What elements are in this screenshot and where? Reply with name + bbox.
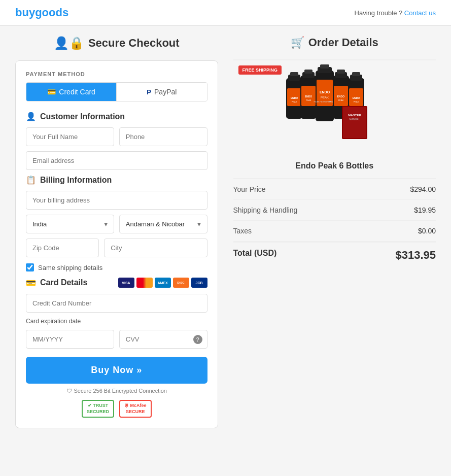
price-value: $294.00 — [410, 185, 436, 193]
same-shipping-checkbox[interactable] — [26, 263, 34, 271]
full-name-input[interactable] — [26, 127, 114, 146]
svg-rect-8 — [304, 70, 313, 74]
site-logo: buygoods — [15, 6, 68, 19]
expiry-section: Card expiration date ? — [26, 318, 207, 349]
billing-info-title: 📋 Billing Information — [26, 175, 207, 185]
payment-tabs: 💳 Credit Card P PayPal — [26, 82, 207, 101]
svg-text:PEAK: PEAK — [321, 96, 329, 99]
jcb-icon: JCB — [191, 278, 207, 288]
expiry-input[interactable] — [26, 330, 114, 349]
shipping-label: Shipping & Handling — [233, 206, 298, 214]
svg-rect-27 — [352, 72, 360, 76]
email-row — [26, 151, 207, 170]
order-details-title: 🛒 Order Details — [233, 36, 436, 49]
order-line-taxes: Taxes $0.00 — [233, 221, 436, 242]
country-state-row: India ▼ Andaman & Nicobar ▼ — [26, 215, 207, 233]
svg-text:PEAK: PEAK — [354, 100, 359, 103]
order-line-total: Total (USD) $313.95 — [233, 243, 436, 268]
right-panel: 🛒 Order Details FREE SHIPPING ENDO PEAK — [233, 36, 436, 428]
email-input[interactable] — [26, 151, 207, 170]
mcafee-label: ⛨ McAfeeSECURE — [124, 403, 147, 415]
product-image-area: FREE SHIPPING ENDO PEAK END — [233, 60, 436, 154]
trust-badges: ✔ TRUSTSECURED ⛨ McAfeeSECURE — [26, 400, 207, 418]
card-number-row — [26, 294, 207, 313]
customer-info-title: 👤 Customer Information — [26, 112, 207, 121]
state-select[interactable]: Andaman & Nicobar — [119, 215, 207, 233]
expiry-cvv-row: ? — [26, 330, 207, 349]
contact-link[interactable]: Contact us — [404, 9, 436, 17]
card-details-header: 💳 Card Details VISA AMEX DISC JCB — [26, 278, 207, 288]
card-number-input[interactable] — [26, 294, 207, 313]
svg-text:MASTER: MASTER — [349, 114, 362, 117]
zip-input[interactable] — [26, 239, 99, 257]
svg-text:ENDO: ENDO — [305, 95, 313, 98]
price-label: Your Price — [233, 185, 266, 193]
svg-rect-32 — [343, 107, 366, 138]
name-phone-row — [26, 127, 207, 146]
billing-address-input[interactable] — [26, 191, 207, 210]
tab-credit-card[interactable]: 💳 Credit Card — [26, 83, 116, 101]
svg-text:PEAK PERFORMANCE: PEAK PERFORMANCE — [314, 100, 336, 103]
svg-rect-21 — [337, 70, 345, 74]
help-text: Having trouble ? — [355, 9, 403, 17]
site-header: buygoods Having trouble ? Contact us — [0, 0, 451, 26]
svg-text:PEAK: PEAK — [338, 99, 344, 101]
expiry-label: Card expiration date — [26, 318, 207, 325]
svg-rect-14 — [320, 64, 329, 69]
secure-checkout-title: 👤🔒 Secure Checkout — [15, 36, 218, 50]
product-name: Endo Peak 6 Bottles — [233, 161, 436, 171]
paypal-icon: P — [147, 88, 151, 96]
logo-buy: buy — [15, 6, 35, 19]
lock-person-icon: 👤🔒 — [54, 36, 84, 50]
billing-address-row — [26, 191, 207, 210]
trust-secured-badge: ✔ TRUSTSECURED — [82, 400, 114, 418]
same-shipping-row: Same shipping details — [26, 263, 207, 271]
phone-input[interactable] — [119, 127, 207, 146]
visa-icon: VISA — [118, 278, 134, 288]
tab-paypal[interactable]: P PayPal — [116, 83, 206, 101]
person-icon: 👤 — [26, 112, 36, 121]
cvv-group: ? — [119, 330, 207, 349]
credit-card-icon: 💳 — [47, 88, 56, 96]
tab-paypal-label: PayPal — [154, 88, 177, 96]
payment-method-label: PAYMENT METHOD — [26, 71, 207, 77]
card-icon-decoration: 💳 — [26, 278, 36, 288]
card-details-title: 💳 Card Details — [26, 278, 87, 288]
mcafee-badge: ⛨ McAfeeSECURE — [119, 400, 152, 418]
buy-now-button[interactable]: Buy Now » — [26, 357, 207, 384]
cvv-wrapper: ? — [119, 330, 207, 349]
taxes-label: Taxes — [233, 227, 252, 235]
city-input[interactable] — [104, 239, 207, 257]
svg-text:MANUAL: MANUAL — [350, 118, 360, 121]
amex-icon: AMEX — [155, 278, 171, 288]
free-shipping-badge: FREE SHIPPING — [238, 65, 282, 75]
accepted-cards: VISA AMEX DISC JCB — [118, 278, 207, 288]
shipping-value: $19.95 — [414, 206, 436, 214]
svg-text:ENDO: ENDO — [337, 95, 345, 98]
country-select[interactable]: India — [26, 215, 114, 233]
country-wrapper: India ▼ — [26, 215, 114, 233]
state-wrapper: Andaman & Nicobar ▼ — [119, 215, 207, 233]
order-line-price: Your Price $294.00 — [233, 179, 436, 200]
product-image: ENDO PEAK ENDO PEAK ENDO PEAK — [284, 60, 385, 152]
svg-text:PEAK: PEAK — [292, 100, 297, 103]
main-content: 👤🔒 Secure Checkout PAYMENT METHOD 💳 Cred… — [0, 26, 451, 438]
expiry-group — [26, 330, 114, 349]
total-label: Total (USD) — [233, 249, 277, 262]
taxes-value: $0.00 — [418, 227, 436, 235]
left-panel: 👤🔒 Secure Checkout PAYMENT METHOD 💳 Cred… — [15, 36, 218, 428]
svg-rect-2 — [290, 72, 298, 76]
trust-secured-label: ✔ TRUSTSECURED — [87, 403, 109, 415]
zip-city-row — [26, 239, 207, 257]
tab-credit-card-label: Credit Card — [59, 88, 95, 96]
discover-icon: DISC — [173, 278, 189, 288]
cvv-help-icon[interactable]: ? — [193, 335, 202, 344]
svg-text:ENDO: ENDO — [291, 96, 298, 99]
billing-icon: 📋 — [26, 175, 36, 185]
total-value: $313.95 — [395, 249, 436, 262]
svg-text:PEAK: PEAK — [306, 99, 311, 101]
svg-text:ENDO: ENDO — [320, 90, 330, 94]
same-shipping-label: Same shipping details — [38, 264, 102, 271]
logo-goods: goods — [35, 6, 68, 19]
header-help: Having trouble ? Contact us — [355, 9, 436, 17]
